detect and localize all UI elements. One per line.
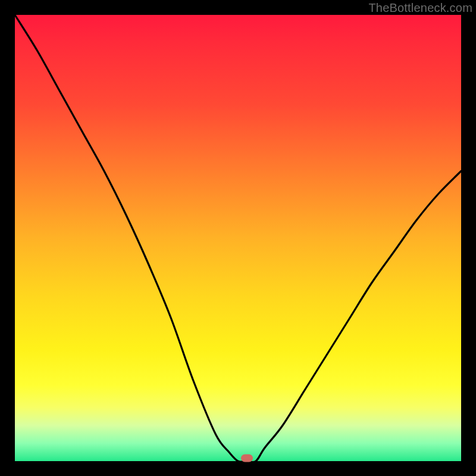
chart-frame: TheBottleneck.com bbox=[0, 0, 476, 476]
optimal-marker bbox=[241, 455, 253, 462]
watermark-text: TheBottleneck.com bbox=[368, 1, 472, 15]
bottleneck-curve bbox=[15, 15, 461, 461]
plot-area bbox=[15, 15, 461, 461]
